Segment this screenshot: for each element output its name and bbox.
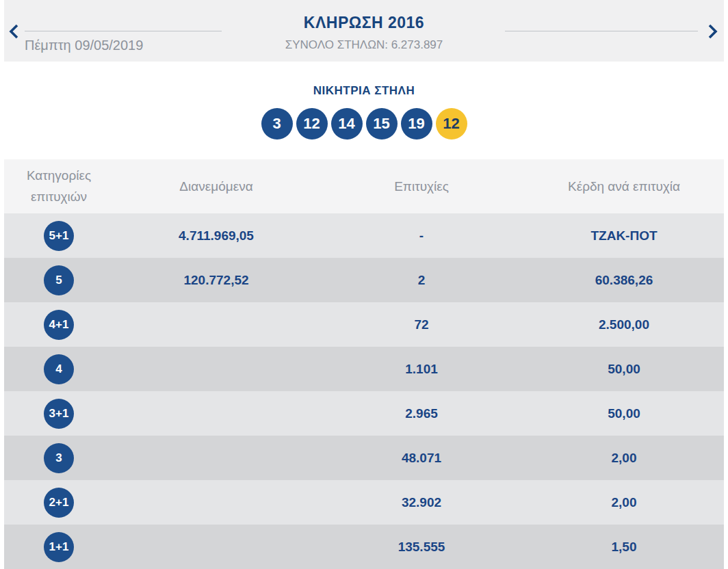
table-row: 1+1 135.555 1,50 [4, 525, 724, 569]
number-ball: 14 [331, 108, 363, 140]
draw-header: Πέμπτη 09/05/2019 ΚΛΗΡΩΣΗ 2016 ΣΥΝΟΛΟ ΣΤ… [4, 0, 724, 62]
table-row: 3 48.071 2,00 [4, 436, 724, 480]
table-row: 3+1 2.965 50,00 [4, 391, 724, 436]
winning-column-section: ΝΙΚΗΤΡΙΑ ΣΤΗΛΗ 3 12 14 15 19 12 [4, 62, 724, 159]
winning-numbers: 3 12 14 15 19 12 [4, 108, 724, 140]
category-badge: 5+1 [44, 221, 74, 251]
header-divider-right [505, 31, 698, 31]
prize-value: 2,00 [524, 495, 724, 510]
winners-value: 72 [319, 317, 524, 332]
total-columns-label: ΣΥΝΟΛΟ ΣΤΗΛΩΝ: 6.273.897 [4, 38, 724, 52]
draw-title-block: ΚΛΗΡΩΣΗ 2016 ΣΥΝΟΛΟ ΣΤΗΛΩΝ: 6.273.897 [4, 14, 724, 52]
category-badge: 2+1 [44, 488, 74, 518]
category-badge: 5 [44, 265, 74, 295]
table-header-row: Κατηγορίες επιτυχιών Διανεμόμενα Επιτυχί… [4, 159, 724, 213]
table-row: 5 120.772,52 2 60.386,26 [4, 258, 724, 302]
prize-value: ΤΖΑΚ-ΠΟΤ [524, 228, 724, 243]
winners-value: 32.902 [319, 495, 524, 510]
prize-value: 50,00 [524, 362, 724, 377]
results-table: Κατηγορίες επιτυχιών Διανεμόμενα Επιτυχί… [4, 159, 724, 569]
table-row: 5+1 4.711.969,05 - ΤΖΑΚ-ΠΟΤ [4, 213, 724, 258]
prize-value: 2.500,00 [524, 317, 724, 332]
table-row: 2+1 32.902 2,00 [4, 480, 724, 525]
winning-column-title: ΝΙΚΗΤΡΙΑ ΣΤΗΛΗ [4, 84, 724, 98]
winners-value: 135.555 [319, 540, 524, 555]
distributed-value: 4.711.969,05 [114, 228, 319, 243]
category-badge: 3+1 [44, 399, 74, 429]
table-row: 4+1 72 2.500,00 [4, 302, 724, 347]
winners-value: 1.101 [319, 362, 524, 377]
winners-value: 2 [319, 273, 524, 288]
number-ball: 15 [366, 108, 398, 140]
winners-value: 2.965 [319, 406, 524, 421]
joker-ball: 12 [436, 108, 467, 140]
prize-value: 2,00 [524, 451, 724, 466]
column-header-distributed: Διανεμόμενα [114, 179, 319, 194]
next-draw-button[interactable] [706, 22, 720, 41]
winners-value: - [319, 228, 524, 243]
chevron-right-icon [707, 31, 719, 42]
number-ball: 12 [296, 108, 328, 140]
category-badge: 4+1 [44, 310, 74, 340]
column-header-categories: Κατηγορίες επιτυχιών [4, 166, 114, 207]
lottery-results-page: Πέμπτη 09/05/2019 ΚΛΗΡΩΣΗ 2016 ΣΥΝΟΛΟ ΣΤ… [0, 0, 728, 569]
category-badge: 4 [44, 354, 74, 384]
winners-value: 48.071 [319, 451, 524, 466]
distributed-value: 120.772,52 [114, 273, 319, 288]
prize-value: 60.386,26 [524, 273, 724, 288]
category-badge: 3 [44, 443, 74, 473]
prize-value: 50,00 [524, 406, 724, 421]
column-header-prize: Κέρδη ανά επιτυχία [524, 179, 724, 194]
table-row: 4 1.101 50,00 [4, 347, 724, 391]
number-ball: 19 [401, 108, 432, 140]
number-ball: 3 [261, 108, 293, 140]
draw-title: ΚΛΗΡΩΣΗ 2016 [4, 14, 724, 32]
column-header-winners: Επιτυχίες [319, 179, 524, 194]
prize-value: 1,50 [524, 540, 724, 555]
category-badge: 1+1 [44, 532, 74, 562]
